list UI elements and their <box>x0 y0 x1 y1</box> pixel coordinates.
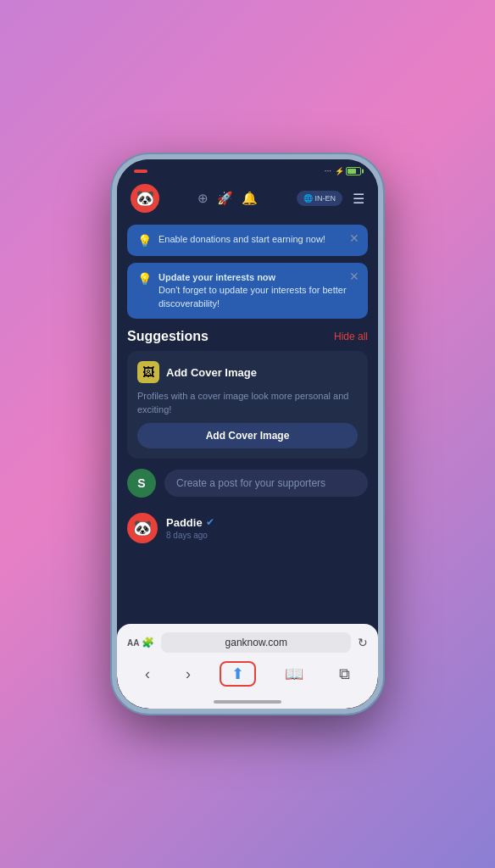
create-post-input[interactable]: Create a post for your supporters <box>164 470 368 497</box>
lightning-icon: ⚡ <box>335 167 344 175</box>
share-button[interactable]: ⬆ <box>225 662 251 686</box>
aa-button[interactable]: AA 🧩 <box>127 637 154 648</box>
screen: ··· ⚡ 🐼 ⊕ 🚀 🔔 🌐 IN-EN ☰ <box>117 159 378 709</box>
battery-indicator: ⚡ <box>335 167 361 175</box>
lang-label: IN-EN <box>315 194 336 203</box>
user-avatar: S <box>127 469 156 498</box>
tabs-button[interactable]: ⧉ <box>332 662 357 687</box>
donations-alert: 💡 Enable donations and start earning now… <box>127 225 368 256</box>
feed-user-name: Paddie <box>166 516 203 529</box>
cover-image-suggestion: 🖼 Add Cover Image Profiles with a cover … <box>127 351 368 459</box>
card-title: Add Cover Image <box>166 366 257 379</box>
hamburger-menu[interactable]: ☰ <box>353 191 364 207</box>
language-selector[interactable]: 🌐 IN-EN <box>297 191 343 206</box>
browser-bar: AA 🧩 ganknow.com ↻ ‹ › ⬆ 📖 ⧉ <box>117 624 378 697</box>
create-post-row: S Create a post for your supporters <box>127 465 368 501</box>
home-bar <box>214 700 281 704</box>
feed-name-row: Paddie ✔ <box>166 516 214 529</box>
aa-label: AA <box>127 638 139 648</box>
browser-url-row: AA 🧩 ganknow.com ↻ <box>127 632 368 653</box>
bell-icon[interactable]: 🔔 <box>242 191 258 206</box>
close-donations-alert[interactable]: ✕ <box>349 231 359 245</box>
status-icons: ··· ⚡ <box>325 166 361 175</box>
main-content: 💡 Enable donations and start earning now… <box>117 218 378 624</box>
feed-avatar: 🐼 <box>127 513 158 543</box>
reload-button[interactable]: ↻ <box>358 636 368 649</box>
suggestions-header: Suggestions Hide all <box>127 329 368 344</box>
suggestions-title: Suggestions <box>127 329 209 344</box>
lightbulb-icon: 💡 <box>137 234 152 248</box>
interests-alert: 💡 Update your interests now Don't forget… <box>127 263 368 319</box>
home-indicator <box>117 697 378 709</box>
status-time <box>134 170 147 173</box>
battery-icon <box>346 167 361 175</box>
nav-icons: ⊕ 🚀 🔔 <box>170 191 286 206</box>
hide-all-button[interactable]: Hide all <box>334 331 368 342</box>
app-logo[interactable]: 🐼 <box>131 184 159 213</box>
notch <box>214 159 281 175</box>
interests-alert-text: Update your interests now Don't forget t… <box>159 271 358 310</box>
feed-item: 🐼 Paddie ✔ 8 days ago <box>127 508 368 548</box>
add-cover-image-button[interactable]: Add Cover Image <box>137 423 358 448</box>
nav-bar: 🐼 ⊕ 🚀 🔔 🌐 IN-EN ☰ <box>117 179 378 218</box>
phone-frame: ··· ⚡ 🐼 ⊕ 🚀 🔔 🌐 IN-EN ☰ <box>112 154 383 714</box>
puzzle-icon: 🧩 <box>142 637 154 648</box>
cover-image-icon: 🖼 <box>137 361 159 383</box>
rocket-icon[interactable]: 🚀 <box>217 191 233 206</box>
back-button[interactable]: ‹ <box>138 662 157 687</box>
lightbulb-icon-2: 💡 <box>137 272 152 286</box>
card-description: Profiles with a cover image look more pe… <box>137 390 358 416</box>
card-header: 🖼 Add Cover Image <box>137 361 358 383</box>
forward-button[interactable]: › <box>179 662 197 687</box>
feed-info: Paddie ✔ 8 days ago <box>166 516 214 540</box>
globe-icon: 🌐 <box>303 194 313 203</box>
browser-actions: ‹ › ⬆ 📖 ⧉ <box>127 659 368 688</box>
url-bar[interactable]: ganknow.com <box>161 632 351 653</box>
bookmarks-button[interactable]: 📖 <box>278 661 310 687</box>
signal-dots: ··· <box>325 166 331 175</box>
compass-icon[interactable]: ⊕ <box>197 191 209 206</box>
battery-fill <box>348 169 356 174</box>
share-button-wrapper: ⬆ <box>220 661 256 687</box>
donations-alert-text: Enable donations and start earning now! <box>159 233 358 246</box>
feed-time: 8 days ago <box>166 531 214 540</box>
verified-badge: ✔ <box>206 516 214 528</box>
close-interests-alert[interactable]: ✕ <box>349 270 359 283</box>
